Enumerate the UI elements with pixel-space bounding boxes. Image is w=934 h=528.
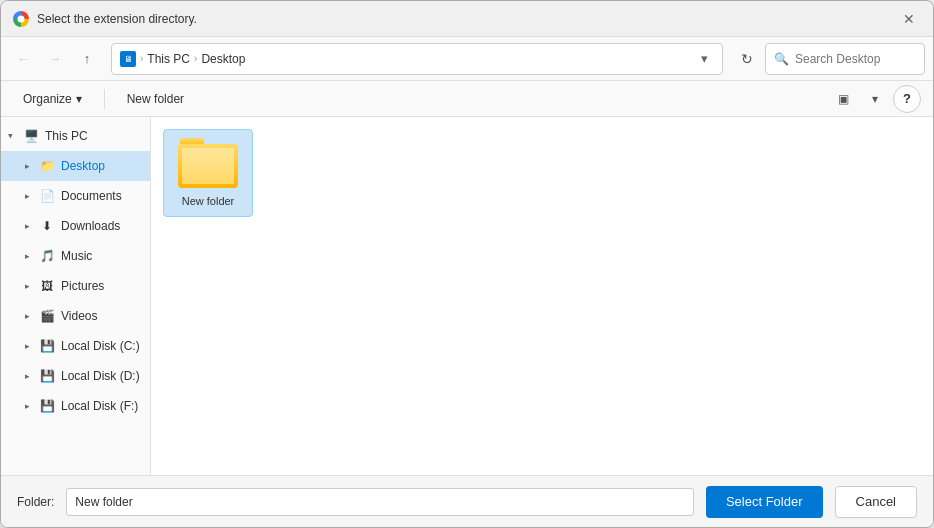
breadcrumb-thispc: This PC xyxy=(147,52,190,66)
sep2: › xyxy=(194,53,197,64)
folder-label-text: Folder: xyxy=(17,495,54,509)
diskc-label: Local Disk (C:) xyxy=(61,339,140,353)
sidebar-item-pictures[interactable]: ▸ 🖼 Pictures xyxy=(1,271,150,301)
select-folder-button[interactable]: Select Folder xyxy=(706,486,823,518)
videos-arrow: ▸ xyxy=(21,310,33,322)
search-input[interactable] xyxy=(795,52,916,66)
view-dropdown-button[interactable]: ▾ xyxy=(861,86,889,112)
sidebar-item-downloads[interactable]: ▸ ⬇ Downloads xyxy=(1,211,150,241)
sidebar-item-diskc[interactable]: ▸ 💾 Local Disk (C:) xyxy=(1,331,150,361)
toolbar-separator xyxy=(104,89,105,109)
diskf-label: Local Disk (F:) xyxy=(61,399,138,413)
toolbar-right: ▣ ▾ ? xyxy=(829,85,921,113)
breadcrumb: 🖥 › This PC › Desktop xyxy=(120,51,694,67)
diskd-arrow: ▸ xyxy=(21,370,33,382)
file-grid: New folder xyxy=(163,129,921,217)
cancel-button[interactable]: Cancel xyxy=(835,486,917,518)
toolbar: Organize ▾ New folder ▣ ▾ ? xyxy=(1,81,933,117)
chrome-icon xyxy=(13,11,29,27)
music-arrow: ▸ xyxy=(21,250,33,262)
sidebar-item-music[interactable]: ▸ 🎵 Music xyxy=(1,241,150,271)
thispc-icon: 🖥️ xyxy=(23,128,39,144)
downloads-arrow: ▸ xyxy=(21,220,33,232)
diskd-label: Local Disk (D:) xyxy=(61,369,140,383)
diskc-icon: 💾 xyxy=(39,338,55,354)
pc-icon: 🖥 xyxy=(120,51,136,67)
sidebar-item-videos[interactable]: ▸ 🎬 Videos xyxy=(1,301,150,331)
address-dropdown[interactable]: ▾ xyxy=(694,51,714,66)
content-area: ▸ 🖥️ This PC ▸ 📁 Desktop ▸ 📄 Documents ▸… xyxy=(1,117,933,475)
desktop-arrow: ▸ xyxy=(21,160,33,172)
diskc-arrow: ▸ xyxy=(21,340,33,352)
sidebar-item-diskd[interactable]: ▸ 💾 Local Disk (D:) xyxy=(1,361,150,391)
new-folder-label: New folder xyxy=(182,194,235,208)
file-item-new-folder[interactable]: New folder xyxy=(163,129,253,217)
up-button[interactable]: ↑ xyxy=(73,45,101,73)
documents-arrow: ▸ xyxy=(21,190,33,202)
dialog-title: Select the extension directory. xyxy=(37,12,897,26)
pictures-arrow: ▸ xyxy=(21,280,33,292)
sidebar-item-diskf[interactable]: ▸ 💾 Local Disk (F:) xyxy=(1,391,150,421)
view-button[interactable]: ▣ xyxy=(829,86,857,112)
thispc-arrow: ▸ xyxy=(5,130,17,142)
forward-button[interactable]: → xyxy=(41,45,69,73)
pictures-icon: 🖼 xyxy=(39,278,55,294)
address-bar[interactable]: 🖥 › This PC › Desktop ▾ xyxy=(111,43,723,75)
search-box: 🔍 xyxy=(765,43,925,75)
documents-label: Documents xyxy=(61,189,122,203)
sidebar-item-documents[interactable]: ▸ 📄 Documents xyxy=(1,181,150,211)
navigation-bar: ← → ↑ 🖥 › This PC › Desktop ▾ ↻ 🔍 xyxy=(1,37,933,81)
downloads-label: Downloads xyxy=(61,219,120,233)
documents-icon: 📄 xyxy=(39,188,55,204)
titlebar: Select the extension directory. ✕ xyxy=(1,1,933,37)
back-button[interactable]: ← xyxy=(9,45,37,73)
sep1: › xyxy=(140,53,143,64)
new-folder-label: New folder xyxy=(127,92,184,106)
desktop-folder-icon: 📁 xyxy=(39,158,55,174)
bottom-bar: Folder: Select Folder Cancel xyxy=(1,475,933,527)
file-dialog: Select the extension directory. ✕ ← → ↑ … xyxy=(0,0,934,528)
diskf-icon: 💾 xyxy=(39,398,55,414)
close-button[interactable]: ✕ xyxy=(897,7,921,31)
music-icon: 🎵 xyxy=(39,248,55,264)
desktop-label: Desktop xyxy=(61,159,105,173)
new-folder-button[interactable]: New folder xyxy=(117,86,194,112)
music-label: Music xyxy=(61,249,92,263)
videos-label: Videos xyxy=(61,309,97,323)
new-folder-icon xyxy=(178,138,238,188)
folder-input[interactable] xyxy=(66,488,694,516)
sidebar-item-desktop[interactable]: ▸ 📁 Desktop xyxy=(1,151,150,181)
diskd-icon: 💾 xyxy=(39,368,55,384)
organize-label: Organize xyxy=(23,92,72,106)
help-button[interactable]: ? xyxy=(893,85,921,113)
refresh-button[interactable]: ↻ xyxy=(733,45,761,73)
organize-button[interactable]: Organize ▾ xyxy=(13,86,92,112)
breadcrumb-desktop: Desktop xyxy=(201,52,245,66)
sidebar-item-thispc[interactable]: ▸ 🖥️ This PC xyxy=(1,121,150,151)
pictures-label: Pictures xyxy=(61,279,104,293)
videos-icon: 🎬 xyxy=(39,308,55,324)
diskf-arrow: ▸ xyxy=(21,400,33,412)
thispc-label: This PC xyxy=(45,129,88,143)
downloads-icon: ⬇ xyxy=(39,218,55,234)
file-area[interactable]: New folder xyxy=(151,117,933,475)
sidebar: ▸ 🖥️ This PC ▸ 📁 Desktop ▸ 📄 Documents ▸… xyxy=(1,117,151,475)
search-icon: 🔍 xyxy=(774,52,789,66)
organize-arrow: ▾ xyxy=(76,92,82,106)
